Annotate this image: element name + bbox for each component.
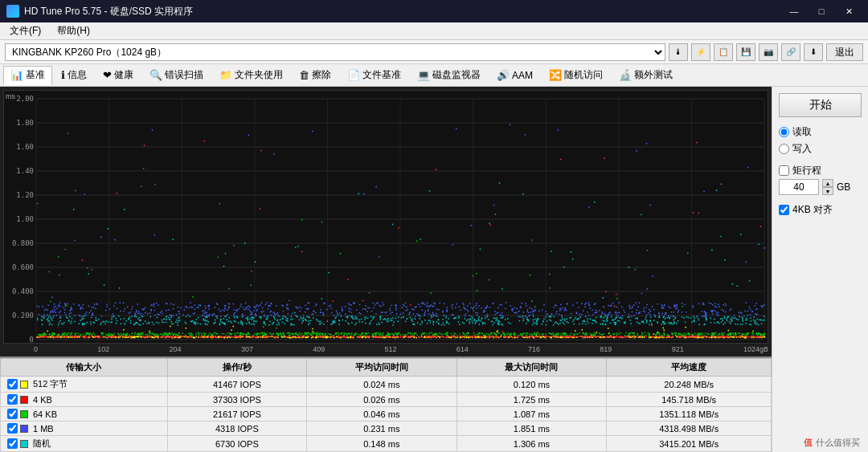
align-4kb-item[interactable]: 4KB 对齐 — [779, 203, 862, 217]
table-cell-ops: 21617 IOPS — [167, 407, 306, 421]
col-header-avg-access: 平均访问时间 — [306, 359, 457, 377]
read-write-group: 读取 写入 — [779, 125, 862, 156]
tab-basic[interactable]: 📊 基准 — [3, 66, 52, 85]
table-cell-label: 512 字节 — [1, 377, 168, 393]
tab-disk-monitor[interactable]: 💻 磁盘监视器 — [410, 66, 488, 85]
tab-extra-test[interactable]: 🔬 额外测试 — [612, 66, 680, 85]
tab-file-benchmark[interactable]: 📄 文件基准 — [340, 66, 408, 85]
spin-down[interactable]: ▼ — [822, 187, 833, 195]
table-row: 1 MB 4318 IOPS0.231 ms1.851 ms4318.498 M… — [1, 421, 772, 436]
tab-folder-usage[interactable]: 📁 文件夹使用 — [212, 66, 290, 85]
tab-aam-icon: 🔊 — [497, 69, 510, 81]
tab-folder-label: 文件夹使用 — [235, 68, 283, 82]
pipeline-checkbox[interactable] — [779, 165, 789, 176]
x-label-0: 0 — [34, 345, 38, 356]
x-label-921: 921 — [672, 345, 684, 356]
write-radio[interactable] — [779, 144, 789, 154]
save-icon-btn[interactable]: 💾 — [736, 43, 755, 61]
table-cell-max-access: 1.851 ms — [457, 421, 607, 436]
color-box-4 — [20, 440, 28, 448]
close-button[interactable]: ✕ — [836, 3, 862, 19]
chart-container: ms — [3, 90, 768, 344]
minimize-button[interactable]: — — [781, 3, 807, 19]
menu-bar: 文件(F) 帮助(H) — [0, 22, 868, 40]
row-checkbox-1[interactable] — [7, 394, 18, 405]
row-checkbox-2[interactable] — [7, 409, 18, 419]
menu-help[interactable]: 帮助(H) — [52, 22, 95, 39]
x-label-409: 409 — [313, 345, 325, 356]
pipeline-spinbox[interactable] — [779, 179, 819, 195]
download-icon-btn[interactable]: ⬇ — [804, 43, 823, 61]
align-4kb-label: 4KB 对齐 — [792, 203, 833, 217]
row-checkbox-3[interactable] — [7, 423, 18, 434]
y-unit-label: ms — [6, 92, 15, 100]
main-content: ms 0 102 204 307 409 512 614 716 819 921… — [0, 87, 868, 452]
spin-up[interactable]: ▲ — [822, 179, 833, 187]
read-radio-item[interactable]: 读取 — [779, 125, 862, 139]
tab-folder-icon: 📁 — [219, 69, 232, 81]
spinbox-arrows: ▲ ▼ — [822, 179, 833, 195]
table-cell-avg-access: 0.024 ms — [306, 377, 457, 393]
x-label-819: 819 — [600, 345, 612, 356]
tab-info-label: 信息 — [68, 68, 87, 82]
table-cell-ops: 6730 IOPS — [167, 436, 306, 452]
tab-info[interactable]: ℹ 信息 — [54, 66, 94, 85]
color-box-1 — [20, 396, 28, 404]
table-cell-avg-access: 0.046 ms — [306, 407, 457, 421]
window-title: HD Tune Pro 5.75 - 硬盘/SSD 实用程序 — [24, 5, 193, 18]
chart-canvas — [4, 91, 768, 343]
share-icon-btn[interactable]: 🔗 — [781, 43, 800, 61]
table-cell-avg-speed: 1351.118 MB/s — [607, 407, 772, 421]
tab-extra-label: 额外测试 — [634, 68, 673, 82]
read-radio[interactable] — [779, 127, 789, 137]
tab-error-scan[interactable]: 🔍 错误扫描 — [142, 66, 211, 85]
flash-icon-btn[interactable]: ⚡ — [691, 43, 710, 61]
drive-bar: KINGBANK KP260 Pro（1024 gB） 🌡 ⚡ 📋 💾 📷 🔗 … — [0, 40, 868, 64]
table-cell-label: 4 KB — [1, 393, 168, 407]
tab-health[interactable]: ❤ 健康 — [96, 66, 141, 85]
table-cell-label: 64 KB — [1, 407, 168, 421]
camera-icon-btn[interactable]: 📷 — [759, 43, 778, 61]
tab-aam[interactable]: 🔊 AAM — [489, 66, 540, 85]
tab-disk-mon-label: 磁盘监视器 — [432, 68, 481, 82]
table-cell-avg-speed: 3415.201 MB/s — [607, 436, 772, 452]
color-box-0 — [20, 381, 28, 389]
color-box-2 — [20, 410, 28, 418]
table-cell-label: 1 MB — [1, 421, 168, 436]
tab-erase-icon: 🗑 — [299, 69, 309, 81]
row-checkbox-0[interactable] — [7, 379, 18, 389]
menu-file[interactable]: 文件(F) — [5, 22, 46, 39]
x-axis: 0 102 204 307 409 512 614 716 819 921 10… — [3, 344, 768, 356]
temp-icon-btn[interactable]: 🌡 — [669, 43, 688, 61]
align-4kb-checkbox[interactable] — [779, 205, 789, 215]
table-cell-avg-speed: 20.248 MB/s — [607, 377, 772, 393]
pipeline-checkbox-item[interactable]: 矩行程 — [779, 164, 862, 177]
tab-file-bench-icon: 📄 — [347, 69, 360, 81]
watermark: 值 什么值得买 — [804, 437, 860, 449]
x-label-204: 204 — [170, 345, 182, 356]
tab-extra-icon: 🔬 — [619, 69, 632, 81]
table-cell-avg-access: 0.026 ms — [306, 393, 457, 407]
tab-health-icon: ❤ — [103, 69, 112, 81]
tab-basic-icon: 📊 — [10, 69, 23, 81]
copy-icon-btn[interactable]: 📋 — [714, 43, 733, 61]
row-checkbox-4[interactable] — [7, 438, 18, 449]
maximize-button[interactable]: □ — [809, 3, 834, 19]
tab-error-scan-icon: 🔍 — [149, 69, 162, 81]
table-cell-ops: 4318 IOPS — [167, 421, 306, 436]
chart-table-area: ms 0 102 204 307 409 512 614 716 819 921… — [0, 87, 772, 452]
drive-select[interactable]: KINGBANK KP260 Pro（1024 gB） — [5, 43, 665, 61]
tab-erase[interactable]: 🗑 擦除 — [292, 66, 338, 85]
gb-label: GB — [837, 181, 850, 193]
exit-button[interactable]: 退出 — [826, 43, 863, 61]
tab-random-access[interactable]: 🔀 随机访问 — [542, 66, 610, 85]
table-cell-avg-access: 0.148 ms — [306, 436, 457, 452]
col-header-ops: 操作/秒 — [167, 359, 306, 377]
tab-basic-label: 基准 — [26, 68, 45, 82]
write-radio-item[interactable]: 写入 — [779, 142, 862, 156]
start-button[interactable]: 开始 — [779, 93, 862, 117]
write-label: 写入 — [792, 142, 812, 156]
row-size-1: 4 KB — [33, 395, 52, 405]
x-label-307: 307 — [241, 345, 253, 356]
tab-aam-label: AAM — [512, 70, 533, 81]
